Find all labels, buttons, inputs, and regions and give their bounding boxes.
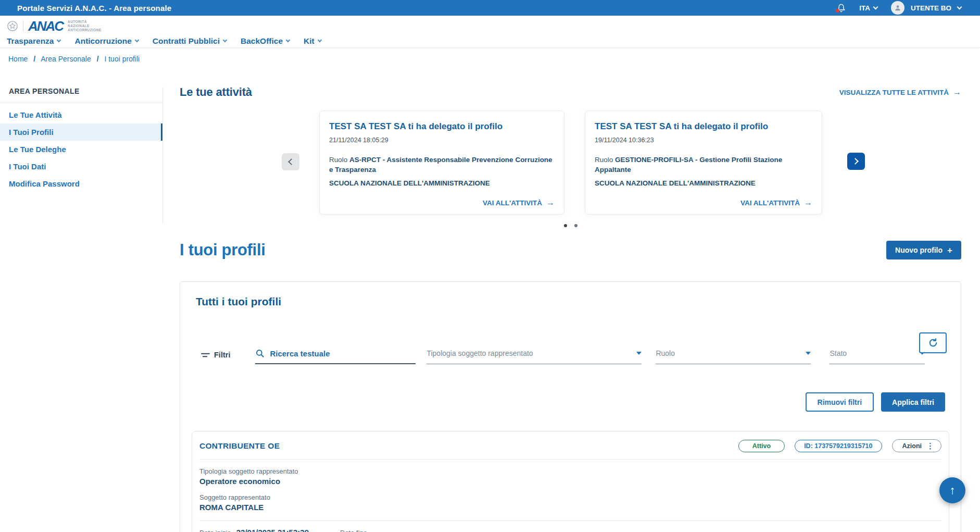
activity-title: TEST SA TEST SA ti ha delegato il profil… (329, 121, 555, 132)
notifications-button[interactable] (837, 3, 846, 13)
chevron-down-icon (223, 38, 227, 42)
logo-divider (23, 20, 23, 32)
state-select[interactable]: Stato (830, 349, 925, 364)
activities-carousel: TEST SA TEST SA ti ha delegato il profil… (180, 103, 961, 233)
field-label: Soggetto rappresentato (199, 493, 941, 501)
content: Le tue attività VISUALIZZA TUTTE LE ATTI… (163, 70, 980, 532)
profile-title: CONTRIBUENTE OE (199, 441, 280, 451)
breadcrumb: Home / Area Personale / I tuoi profili (0, 48, 980, 70)
arrow-right-icon: → (804, 199, 812, 207)
caret-down-icon (636, 352, 642, 355)
remove-filters-button[interactable]: Rimuovi filtri (806, 392, 874, 412)
apply-filters-button[interactable]: Applica filtri (881, 392, 945, 412)
chevron-down-icon (135, 38, 139, 42)
italy-emblem-icon (7, 20, 18, 32)
topbar: Portale Servizi A.N.A.C. - Area personal… (0, 0, 980, 16)
sidebar-item-i-tuoi-dati[interactable]: I Tuoi Dati (0, 158, 162, 175)
field-label: Tipologia soggetto rappresentato (199, 467, 941, 475)
new-profile-button[interactable]: Nuovo profilo + (886, 241, 961, 259)
language-selector[interactable]: ITA (859, 4, 877, 12)
nav-item-anticorruzione[interactable]: Anticorruzione (74, 36, 138, 46)
nav-item-kit[interactable]: Kit (304, 36, 321, 46)
breadcrumb-current: I tuoi profili (104, 55, 140, 63)
page-title: I tuoi profili (180, 241, 266, 259)
carousel-dot-1[interactable] (564, 224, 567, 227)
activities-title: Le tue attività (180, 85, 252, 99)
role-select[interactable]: Ruolo (656, 349, 811, 364)
breadcrumb-area-personale[interactable]: Area Personale (41, 55, 91, 63)
profiles-panel: Tutti i tuoi profili Filtri Ricerca test… (180, 281, 961, 532)
sidebar-item-modifica-password[interactable]: Modifica Password (0, 175, 162, 192)
anac-tagline: AUTORITÀ NAZIONALE ANTICORRUZIONE (68, 20, 101, 32)
activity-timestamp: 19/11/2024 10:36:23 (595, 137, 812, 144)
refresh-button[interactable] (919, 332, 947, 353)
page: Portale Servizi A.N.A.C. - Area personal… (0, 0, 980, 532)
field-value: Operatore economico (199, 477, 941, 486)
field-value: ROMA CAPITALE (199, 503, 941, 512)
sidebar: AREA PERSONALE Le Tue Attività I Tuoi Pr… (0, 70, 163, 532)
date-end-label: Data fine (340, 529, 367, 532)
topbar-right: ITA UTENTE BO (837, 1, 961, 15)
site-header: ANAC AUTORITÀ NAZIONALE ANTICORRUZIONE T… (0, 16, 980, 48)
view-all-activities-link[interactable]: VISUALIZZA TUTTE LE ATTIVITÀ → (839, 88, 961, 96)
chevron-down-icon (317, 38, 321, 42)
id-badge: ID: 1737579219315710 (795, 440, 882, 452)
go-to-activity-link[interactable]: VAI ALL'ATTIVITÀ → (483, 199, 555, 207)
type-select[interactable]: Tipologia soggetto rappresentato (426, 349, 642, 364)
divider (199, 459, 941, 460)
chevron-down-icon (957, 4, 962, 9)
actions-menu-button[interactable]: Azioni ⋮ (892, 439, 942, 452)
organization-name: SCUOLA NAZIONALE DELL'AMMINISTRAZIONE (329, 179, 555, 187)
profile-card: CONTRIBUENTE OE Attivo ID: 1737579219315… (192, 431, 949, 532)
sidebar-item-i-tuoi-profili[interactable]: I Tuoi Profili (0, 123, 162, 141)
date-start-label: Data inizio (199, 529, 231, 532)
anac-wordmark: ANAC (28, 19, 63, 33)
arrow-right-icon: → (953, 88, 961, 96)
chevron-left-icon (288, 158, 295, 165)
notification-dot (836, 9, 839, 13)
plus-icon: + (947, 246, 952, 255)
carousel-prev-button[interactable] (282, 153, 299, 170)
filters-toggle[interactable]: Filtri (201, 351, 230, 364)
divider (199, 521, 941, 521)
status-badge: Attivo (738, 440, 785, 452)
main-layout: AREA PERSONALE Le Tue Attività I Tuoi Pr… (0, 70, 980, 532)
kebab-menu-icon: ⋮ (926, 442, 934, 450)
main-nav: Trasparenza Anticorruzione Contratti Pub… (7, 36, 980, 46)
divider (0, 103, 162, 103)
arrow-up-icon: ↑ (950, 484, 956, 497)
refresh-icon (928, 338, 938, 348)
scroll-to-top-button[interactable]: ↑ (939, 477, 965, 503)
chevron-down-icon (57, 38, 61, 42)
sidebar-title: AREA PERSONALE (9, 87, 162, 95)
activity-card: TEST SA TEST SA ti ha delegato il profil… (585, 110, 822, 215)
search-icon (255, 349, 265, 358)
role-label: Ruolo (595, 156, 613, 164)
nav-item-contratti-pubblici[interactable]: Contratti Pubblici (153, 36, 227, 46)
carousel-next-button[interactable] (847, 153, 865, 170)
sidebar-item-le-tue-attivita[interactable]: Le Tue Attività (0, 106, 162, 123)
breadcrumb-home[interactable]: Home (8, 55, 28, 63)
chevron-down-icon (873, 4, 878, 9)
avatar (891, 1, 904, 15)
user-icon (894, 4, 901, 11)
app-title: Portale Servizi A.N.A.C. - Area personal… (17, 4, 171, 13)
activity-timestamp: 21/11/2024 18:05:29 (329, 137, 555, 144)
chevron-right-icon (852, 158, 859, 165)
sidebar-item-le-tue-deleghe[interactable]: Le Tue Deleghe (0, 141, 162, 158)
go-to-activity-link[interactable]: VAI ALL'ATTIVITÀ → (740, 199, 812, 207)
search-input[interactable]: Ricerca testuale (255, 349, 416, 364)
chevron-down-icon (286, 38, 290, 42)
activity-title: TEST SA TEST SA ti ha delegato il profil… (595, 121, 812, 132)
date-start-value: 22/01/2025 21:53:39 (236, 528, 309, 532)
carousel-dot-2[interactable] (574, 224, 577, 227)
language-label: ITA (859, 4, 870, 12)
activity-card: TEST SA TEST SA ti ha delegato il profil… (319, 110, 564, 215)
role-label: Ruolo (329, 156, 347, 164)
user-menu[interactable]: UTENTE BO (891, 1, 961, 15)
logo: ANAC AUTORITÀ NAZIONALE ANTICORRUZIONE (7, 18, 980, 34)
nav-item-trasparenza[interactable]: Trasparenza (7, 36, 60, 46)
user-name: UTENTE BO (911, 4, 951, 12)
nav-item-backoffice[interactable]: BackOffice (241, 36, 290, 46)
arrow-right-icon: → (546, 199, 555, 207)
